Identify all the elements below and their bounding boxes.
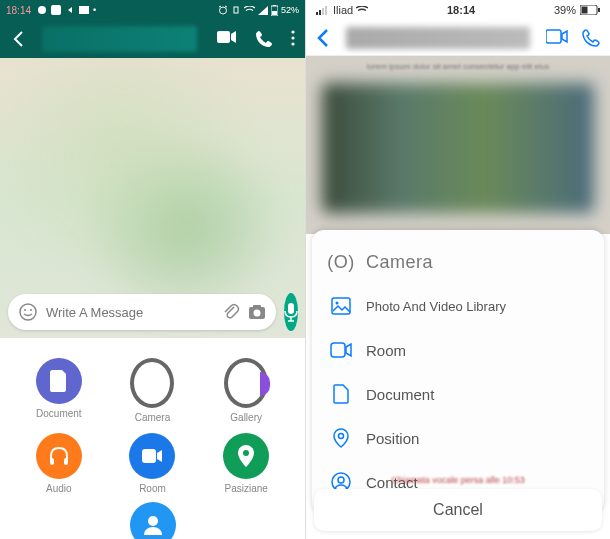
attachment-action-sheet: (O) Camera Photo And Video Library Room … <box>312 230 604 514</box>
blurred-footer-text: Chiamata vocale persa alle 10:53 <box>306 475 610 485</box>
sheet-camera[interactable]: (O) Camera <box>312 240 604 284</box>
svg-rect-32 <box>332 298 350 314</box>
attach-label: Camera <box>135 412 171 423</box>
carrier-label: Iliad <box>333 4 353 16</box>
attach-label: Pasiziane <box>224 483 267 494</box>
battery-icon <box>271 5 278 16</box>
cancel-button[interactable]: Cancel <box>314 489 602 531</box>
attach-label: Audio <box>46 483 72 494</box>
message-input-bar <box>0 287 305 337</box>
message-field[interactable] <box>8 294 276 330</box>
alarm-icon <box>218 5 228 15</box>
sheet-label: Position <box>366 430 419 447</box>
android-screen: 18:14 • 52% <box>0 0 305 539</box>
svg-rect-2 <box>79 6 89 14</box>
attach-label: Gallery <box>230 412 262 423</box>
signal-icon <box>258 6 268 15</box>
ios-chat-body[interactable]: lorem ipsum dolor sit amet consectetur a… <box>306 56 610 234</box>
svg-rect-7 <box>272 11 277 15</box>
attach-document[interactable]: Document <box>36 358 82 423</box>
svg-rect-21 <box>142 449 156 463</box>
vibrate-icon <box>231 5 241 15</box>
svg-rect-4 <box>234 7 238 13</box>
message-text-input[interactable] <box>46 305 214 320</box>
mail-icon <box>79 6 89 14</box>
attach-label: Document <box>36 408 82 419</box>
svg-point-12 <box>20 304 36 320</box>
contact-name-blurred[interactable] <box>346 27 530 49</box>
battery-icon <box>580 5 600 15</box>
svg-point-14 <box>30 309 32 311</box>
svg-point-16 <box>254 310 261 317</box>
video-icon <box>129 433 175 479</box>
svg-point-11 <box>291 42 294 45</box>
svg-rect-6 <box>273 5 276 6</box>
voice-call-button[interactable] <box>255 30 273 48</box>
svg-point-0 <box>38 6 46 14</box>
wifi-icon <box>244 6 255 15</box>
sheet-label: Photo And Video Library <box>366 299 506 314</box>
sheet-position[interactable]: Position <box>312 416 604 460</box>
attach-gallery[interactable]: Gallery <box>224 358 268 423</box>
video-icon <box>330 339 352 361</box>
facebook-icon <box>51 5 61 15</box>
signal-icon <box>316 6 330 15</box>
back-button[interactable] <box>10 29 30 49</box>
android-status-bar: 18:14 • 52% <box>0 0 305 20</box>
svg-point-33 <box>336 302 339 305</box>
person-icon <box>130 502 176 539</box>
blurred-text: lorem ipsum dolor sit amet consectetur a… <box>306 56 610 77</box>
svg-rect-19 <box>50 458 54 465</box>
mic-button[interactable] <box>284 293 298 331</box>
contact-name-blurred[interactable] <box>42 26 197 52</box>
attachment-panel: Document Camera Gallery Audio Room Pasiz… <box>0 340 305 539</box>
sheet-document[interactable]: Document <box>312 372 604 416</box>
svg-rect-8 <box>217 31 230 43</box>
sheet-photo-library[interactable]: Photo And Video Library <box>312 284 604 328</box>
blurred-image <box>322 83 594 213</box>
battery-percent: 39% <box>554 4 576 16</box>
svg-rect-1 <box>51 5 61 15</box>
vodafone-icon <box>37 5 47 15</box>
ios-chat-header <box>306 20 610 56</box>
android-time: 18:14 <box>6 5 31 16</box>
video-call-button[interactable] <box>217 30 237 48</box>
back-button[interactable] <box>316 28 330 48</box>
video-call-button[interactable] <box>546 29 568 47</box>
svg-point-35 <box>339 434 344 439</box>
attach-camera[interactable]: Camera <box>130 358 174 423</box>
attach-audio[interactable]: Audio <box>36 433 82 494</box>
svg-rect-29 <box>581 7 587 14</box>
attach-contact[interactable] <box>130 502 176 539</box>
emoji-icon[interactable] <box>18 302 38 322</box>
attach-icon[interactable] <box>222 303 240 321</box>
svg-rect-30 <box>598 8 600 12</box>
share-icon <box>65 5 75 15</box>
svg-point-23 <box>148 516 158 526</box>
attach-label: Room <box>139 483 166 494</box>
doc-icon <box>330 383 352 405</box>
svg-rect-20 <box>64 458 68 465</box>
sheet-room[interactable]: Room <box>312 328 604 372</box>
attach-room[interactable]: Room <box>129 433 175 494</box>
svg-rect-27 <box>325 6 327 15</box>
wifi-icon <box>356 6 368 15</box>
pin-icon <box>330 427 352 449</box>
svg-point-3 <box>219 7 226 14</box>
svg-rect-18 <box>288 303 294 314</box>
svg-rect-34 <box>331 343 345 357</box>
menu-button[interactable] <box>291 30 295 48</box>
svg-rect-25 <box>319 10 321 15</box>
ios-screen: Iliad 18:14 39% lorem ipsum dolor sit am… <box>305 0 610 539</box>
gallery-hollow-icon <box>224 358 268 408</box>
svg-rect-26 <box>322 8 324 15</box>
sheet-label: Camera <box>366 252 433 273</box>
android-chat-header <box>0 20 305 58</box>
svg-point-9 <box>291 30 294 33</box>
attach-location[interactable]: Pasiziane <box>223 433 269 494</box>
voice-call-button[interactable] <box>582 29 600 47</box>
camera-icon[interactable] <box>248 304 266 320</box>
svg-point-22 <box>243 450 249 456</box>
more-icon: • <box>93 5 96 15</box>
cancel-label: Cancel <box>433 501 483 518</box>
